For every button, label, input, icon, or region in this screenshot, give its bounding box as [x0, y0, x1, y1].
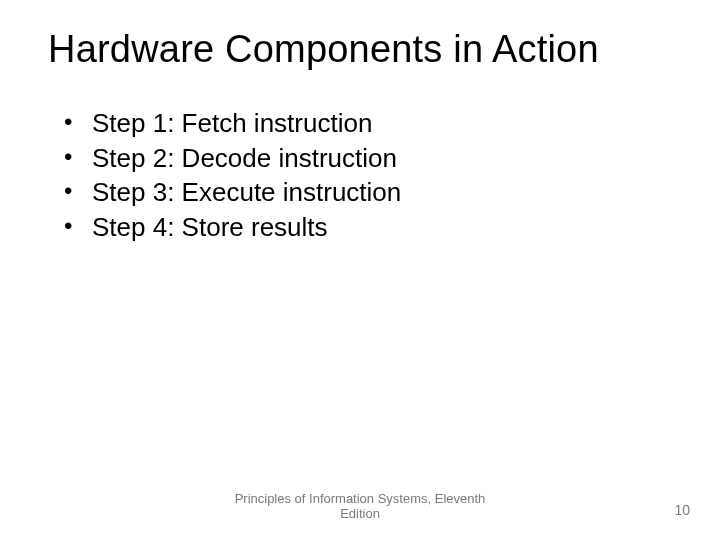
- footer: Principles of Information Systems, Eleve…: [0, 491, 720, 522]
- list-item: Step 3: Execute instruction: [64, 176, 672, 209]
- footer-text: Principles of Information Systems, Eleve…: [230, 491, 490, 522]
- list-item: Step 2: Decode instruction: [64, 142, 672, 175]
- page-number: 10: [674, 502, 690, 518]
- list-item: Step 4: Store results: [64, 211, 672, 244]
- list-item: Step 1: Fetch instruction: [64, 107, 672, 140]
- slide: Hardware Components in Action Step 1: Fe…: [0, 0, 720, 540]
- bullet-list: Step 1: Fetch instruction Step 2: Decode…: [48, 107, 672, 243]
- slide-title: Hardware Components in Action: [48, 28, 672, 71]
